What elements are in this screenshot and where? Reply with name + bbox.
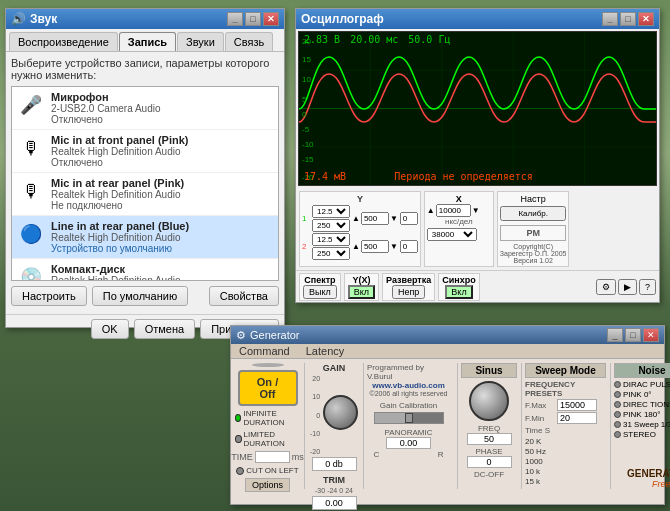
noise-stereo-label: STEREO bbox=[623, 430, 656, 439]
osc-minimize-button[interactable]: _ bbox=[602, 12, 618, 26]
device-status-mic-rear-pink: Не подключено bbox=[51, 200, 273, 211]
gen-panoramic-input[interactable] bbox=[386, 437, 431, 449]
gen-titlebar: ⚙ Generator _ □ ✕ bbox=[231, 326, 664, 344]
tab-sounds[interactable]: Звуки bbox=[177, 32, 224, 51]
oscilloscope-screen: 20 15 10 5 0 -5 -10 -15 -20 2.83 В 20.00… bbox=[298, 31, 657, 186]
ok-button[interactable]: OK bbox=[91, 319, 129, 339]
noise-dirac-label: DIRAC PULSE bbox=[623, 380, 670, 389]
gen-gain-cal-slider[interactable] bbox=[374, 412, 444, 424]
gen-freq-input[interactable] bbox=[467, 433, 512, 445]
osc-close-button[interactable]: ✕ bbox=[638, 12, 654, 26]
gen-menu-command[interactable]: Command bbox=[231, 344, 298, 358]
cancel-button[interactable]: Отмена bbox=[134, 319, 195, 339]
device-item-mic-rear-pink[interactable]: 🎙 Mic in at rear panel (Pink) Realtek Hi… bbox=[12, 173, 278, 216]
osc-ch2-arrow-down[interactable]: ▼ bbox=[390, 242, 398, 251]
gen-fmax-input[interactable] bbox=[557, 399, 597, 411]
osc-ch1-zero-input[interactable] bbox=[400, 212, 418, 225]
osc-rate-select[interactable]: 38000 bbox=[427, 228, 477, 241]
osc-ch2-val-row: ▲ ▼ bbox=[352, 240, 398, 253]
osc-extra-btn1[interactable]: ⚙ bbox=[596, 279, 616, 295]
osc-time: 20.00 мс bbox=[350, 34, 398, 45]
device-item-linein-blue[interactable]: 🔵 Line in at rear panel (Blue) Realtek H… bbox=[12, 216, 278, 259]
osc-x-input[interactable] bbox=[436, 204, 471, 217]
device-name-microphone: Микрофон bbox=[51, 91, 273, 103]
osc-x-arrow-down[interactable]: ▼ bbox=[472, 206, 480, 215]
gen-sinus-knob[interactable] bbox=[469, 381, 509, 421]
osc-ch2-input[interactable] bbox=[361, 240, 389, 253]
gen-phase-input[interactable] bbox=[467, 456, 512, 468]
gen-sweep-mode-label: Sweep Mode bbox=[525, 363, 606, 378]
gen-vb-generator-label: VB-GENERATOR bbox=[614, 457, 670, 479]
gen-menu-latency[interactable]: Latency bbox=[298, 344, 353, 358]
osc-ch2-vol1-select[interactable]: 12.5 bbox=[312, 233, 350, 246]
gen-gain-knob[interactable] bbox=[323, 395, 358, 430]
gen-options-button[interactable]: Options bbox=[245, 478, 290, 492]
device-info-cdrom: Компакт-диск Realtek High Definition Aud… bbox=[51, 263, 273, 281]
osc-sweep-button[interactable]: Непр bbox=[392, 285, 425, 299]
sound-maximize-button[interactable]: □ bbox=[245, 12, 261, 26]
gen-preset-20k: 20 K bbox=[525, 437, 606, 446]
osc-yx-group: Y(X) Вкл bbox=[344, 273, 379, 301]
osc-maximize-button[interactable]: □ bbox=[620, 12, 636, 26]
osc-ch2-vol2-select[interactable]: 250 bbox=[312, 247, 350, 260]
gen-trim-24: 24 bbox=[345, 487, 353, 494]
gen-gain-cal-label: Gain Calibration bbox=[380, 401, 437, 410]
sound-close-button[interactable]: ✕ bbox=[263, 12, 279, 26]
osc-yx-button[interactable]: Вкл bbox=[348, 285, 375, 299]
gen-db-0: 0 bbox=[310, 412, 320, 419]
osc-y-label: Y bbox=[302, 194, 418, 204]
device-status-mic-front-pink: Отключено bbox=[51, 157, 273, 168]
osc-ch1-vol1-select[interactable]: 12.5 bbox=[312, 205, 350, 218]
svg-text:10: 10 bbox=[302, 75, 311, 84]
osc-title: Осциллограф bbox=[301, 12, 384, 26]
gen-db-20: 20 bbox=[310, 375, 320, 382]
gen-close-button[interactable]: ✕ bbox=[643, 328, 659, 342]
gen-gain-input[interactable] bbox=[312, 457, 357, 471]
osc-sweep-group: Развертка Непр bbox=[382, 273, 435, 301]
gen-freq-presets-label: FREQUENCY PRESETS bbox=[525, 380, 606, 398]
device-item-microphone[interactable]: 🎤 Микрофон 2-USB2.0 Camera Audio Отключе… bbox=[12, 87, 278, 130]
gen-minimize-button[interactable]: _ bbox=[607, 328, 623, 342]
tab-communication[interactable]: Связь bbox=[225, 32, 273, 51]
osc-extra-buttons: ⚙ ▶ ? bbox=[596, 273, 656, 301]
osc-x-arrow-up[interactable]: ▲ bbox=[427, 206, 435, 215]
gen-gain-content: 20 10 0 -10 -20 bbox=[310, 375, 358, 455]
sound-minimize-button[interactable]: _ bbox=[227, 12, 243, 26]
gen-cutleft-label: CUT ON LEFT bbox=[246, 466, 298, 475]
noise-item-31sweep: 31 Sweep 1/3 oct bbox=[614, 420, 670, 429]
device-info-mic-rear-pink: Mic in at rear panel (Pink) Realtek High… bbox=[51, 177, 273, 211]
osc-ch1-vol2-select[interactable]: 250 bbox=[312, 219, 350, 232]
osc-ch1-val-row: ▲ ▼ bbox=[352, 212, 398, 225]
osc-ch2-arrow-up[interactable]: ▲ bbox=[352, 242, 360, 251]
gen-trim-input[interactable] bbox=[312, 496, 357, 510]
gen-time-input[interactable] bbox=[255, 451, 290, 463]
default-button[interactable]: По умолчанию bbox=[92, 286, 188, 306]
gen-fmin-input[interactable] bbox=[557, 412, 597, 424]
properties-button[interactable]: Свойства bbox=[209, 286, 279, 306]
tab-playback[interactable]: Воспроизведение bbox=[9, 32, 118, 51]
osc-ch1-arrow-down[interactable]: ▼ bbox=[390, 214, 398, 223]
osc-ch1-input[interactable] bbox=[361, 212, 389, 225]
device-item-cdrom[interactable]: 💿 Компакт-диск Realtek High Definition A… bbox=[12, 259, 278, 281]
noise-pink180-label: PINK 180° bbox=[623, 410, 660, 419]
tab-recording[interactable]: Запись bbox=[119, 32, 176, 51]
osc-spectrum-button[interactable]: Выкл bbox=[303, 285, 337, 299]
sound-title: Звук bbox=[30, 12, 57, 26]
osc-extra-btn3[interactable]: ? bbox=[639, 279, 656, 295]
osc-ch1-arrow-up[interactable]: ▲ bbox=[352, 214, 360, 223]
osc-ch2-zero-input[interactable] bbox=[400, 240, 418, 253]
osc-setup-label: Настр bbox=[500, 194, 567, 204]
osc-extra-btn2[interactable]: ▶ bbox=[618, 279, 637, 295]
osc-sync-group: Синхро Вкл bbox=[438, 273, 479, 301]
gen-maximize-button[interactable]: □ bbox=[625, 328, 641, 342]
gen-on-off-button[interactable]: On / Off bbox=[238, 370, 298, 406]
gen-gear-icon: ⚙ bbox=[236, 329, 246, 342]
osc-sync-button[interactable]: Вкл bbox=[445, 285, 472, 299]
gen-infinite-row: INFINITE DURATION bbox=[235, 409, 300, 427]
osc-setup-panel: Настр Калибр. PM Copyright(C)Зарегестр О… bbox=[497, 191, 570, 267]
sound-titlebar: 🔊 Звук _ □ ✕ bbox=[6, 9, 284, 29]
gen-sweep-section: Sweep Mode FREQUENCY PRESETS F.Max F.Min… bbox=[521, 363, 606, 489]
osc-calibrate-button[interactable]: Калибр. bbox=[500, 206, 567, 221]
device-item-mic-front-pink[interactable]: 🎙 Mic in at front panel (Pink) Realtek H… bbox=[12, 130, 278, 173]
configure-button[interactable]: Настроить bbox=[11, 286, 87, 306]
